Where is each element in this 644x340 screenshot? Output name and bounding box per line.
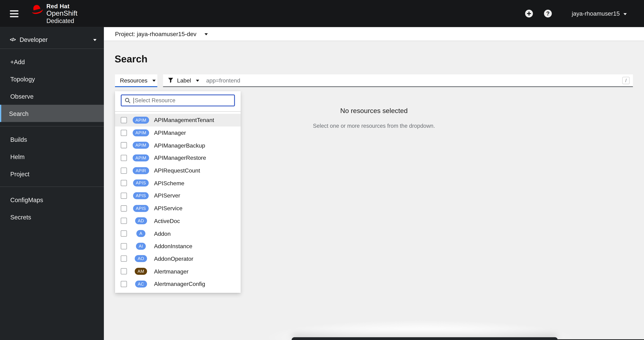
resource-option-row[interactable]: APIS APIService [115, 202, 240, 214]
nav-section-main: +Add Topology Observe Search [0, 49, 104, 126]
filter-icon [168, 78, 174, 83]
main-area: Project: jaya-rhoamuser15-dev Search Res… [104, 27, 644, 340]
sidebar-item[interactable]: Topology [0, 70, 104, 88]
resource-option-row[interactable]: AO AddonOperator [115, 252, 240, 265]
sidebar-item[interactable]: Observe [0, 88, 104, 105]
chevron-down-icon [205, 33, 208, 35]
resource-option-row[interactable]: APIM APIManagerBackup [115, 139, 240, 152]
resource-dropdown-panel: APIM APIManagementTenant APIM APIManage [115, 91, 240, 292]
resource-option-row[interactable]: APIM APIManagementTenant [115, 114, 240, 126]
sidebar-nav: </> Developer +Add Topology Observe [0, 27, 104, 340]
resource-checkbox[interactable] [121, 230, 127, 236]
perspective-label: Developer [20, 36, 48, 43]
resource-kind-badge: APIM [132, 142, 149, 149]
brand-line-dedicated: Dedicated [46, 18, 78, 24]
shortcut-key-badge: / [622, 76, 630, 84]
project-selector[interactable]: Project: jaya-rhoamuser15-dev [115, 30, 208, 37]
user-menu-button[interactable]: jaya-rhoamuser15 [569, 10, 629, 17]
svg-text:?: ? [546, 10, 550, 17]
resource-checkbox[interactable] [121, 168, 127, 174]
resource-option-row[interactable]: APIS APIScheme [115, 177, 240, 190]
resource-name: APIManagerBackup [154, 142, 205, 148]
resource-name: APIManagerRestore [154, 154, 206, 161]
code-icon: </> [10, 37, 16, 42]
resource-option-row[interactable]: AD ActiveDoc [115, 214, 240, 227]
sidebar-item[interactable]: ConfigMaps [0, 191, 104, 208]
brand-line-openshift: OpenShift [46, 10, 78, 17]
sidebar-item[interactable]: Secrets [0, 208, 104, 226]
resource-search-field [121, 94, 235, 106]
resource-option-row[interactable]: APIS APIServer [115, 190, 240, 202]
redhat-hat-icon [30, 3, 44, 16]
resource-name: APIManagementTenant [154, 117, 214, 124]
help-menu-button[interactable]: ? [544, 10, 552, 18]
resource-checkbox[interactable] [121, 205, 127, 211]
resource-option-row[interactable]: AM Alertmanager [115, 265, 240, 278]
resource-option-row[interactable]: APIM APIManager [115, 126, 240, 139]
menu-toggle-button[interactable] [8, 8, 20, 20]
add-menu-button[interactable] [525, 10, 533, 18]
sidebar-item-label: Project [10, 170, 30, 177]
label-filter-dropdown[interactable]: Label [163, 74, 201, 87]
sidebar-item-label: Helm [10, 153, 24, 160]
sidebar-item-label: Builds [10, 136, 27, 143]
resource-checkbox[interactable] [121, 256, 127, 262]
sidebar-item-label: Topology [10, 75, 35, 82]
sidebar-item-label: +Add [10, 58, 25, 65]
label-filter-input[interactable] [201, 77, 633, 84]
resource-option-row[interactable]: A Addon [115, 227, 240, 240]
resource-name: AlertmanagerConfig [154, 281, 205, 287]
resource-kind-badge: AC [135, 280, 147, 288]
resource-option-row[interactable]: APIR APIRequestCount [115, 164, 240, 177]
hamburger-icon [10, 10, 18, 11]
resource-filter-dropdown[interactable]: Resources [115, 74, 157, 87]
resource-checkbox[interactable] [121, 142, 127, 148]
resource-option-row[interactable]: AC AlertmanagerConfig [115, 278, 240, 290]
resource-search-input[interactable] [135, 98, 231, 104]
resource-name: APIManager [154, 130, 186, 136]
sidebar-item-label: ConfigMaps [10, 196, 43, 203]
resource-option-row[interactable]: APIM APIManagerRestore [115, 152, 240, 164]
resource-kind-badge: APIM [132, 129, 149, 136]
label-search-field: / [201, 74, 633, 87]
resource-checkbox[interactable] [121, 193, 127, 199]
perspective-switcher[interactable]: </> Developer [0, 30, 104, 48]
resource-checkbox[interactable] [121, 268, 127, 274]
brand-logo[interactable]: Red Hat OpenShift Dedicated [30, 3, 78, 24]
resource-checkbox[interactable] [121, 180, 127, 186]
resource-name: ActiveDoc [154, 218, 180, 224]
sidebar-item[interactable]: Project [0, 165, 104, 182]
sidebar-item[interactable]: Helm [0, 148, 104, 165]
resource-checkbox[interactable] [121, 243, 127, 249]
resource-checkbox[interactable] [121, 117, 127, 123]
resource-checkbox[interactable] [121, 218, 127, 224]
resource-kind-badge: AM [135, 268, 147, 275]
text-cursor [134, 98, 134, 103]
sidebar-item[interactable]: +Add [0, 53, 104, 70]
brand-line-redhat: Red Hat [46, 3, 78, 9]
resource-kind-badge: APIS [133, 205, 149, 212]
plus-circle-icon [525, 10, 533, 18]
resource-name: Addon [154, 230, 171, 237]
resource-name: Alertmanager [154, 268, 188, 275]
question-circle-icon: ? [544, 10, 552, 18]
page-title: Search [115, 53, 644, 65]
bottom-edge-line [558, 339, 644, 340]
chevron-down-icon [196, 80, 199, 82]
resource-name: APIServer [154, 192, 180, 199]
label-filter-text: Label [177, 77, 191, 84]
nav-section-build: Builds Helm Project [0, 126, 104, 186]
sidebar-item-label: Search [9, 110, 28, 117]
resource-checkbox[interactable] [121, 155, 127, 161]
search-page-content: Search Resources Label [104, 41, 644, 340]
app-window: Red Hat OpenShift Dedicated ? jaya-rhoam… [0, 0, 644, 340]
resource-option-row[interactable]: AI AddonInstance [115, 240, 240, 252]
resource-filter-label: Resources [120, 77, 147, 84]
resource-name: AddonInstance [154, 243, 192, 250]
sidebar-item[interactable]: Builds [0, 131, 104, 148]
resource-checkbox[interactable] [121, 281, 127, 287]
resource-checkbox[interactable] [121, 130, 127, 136]
sidebar-item[interactable]: Search [0, 105, 104, 122]
resource-kind-badge: APIS [133, 192, 149, 199]
sidebar-item-label: Observe [10, 92, 34, 100]
